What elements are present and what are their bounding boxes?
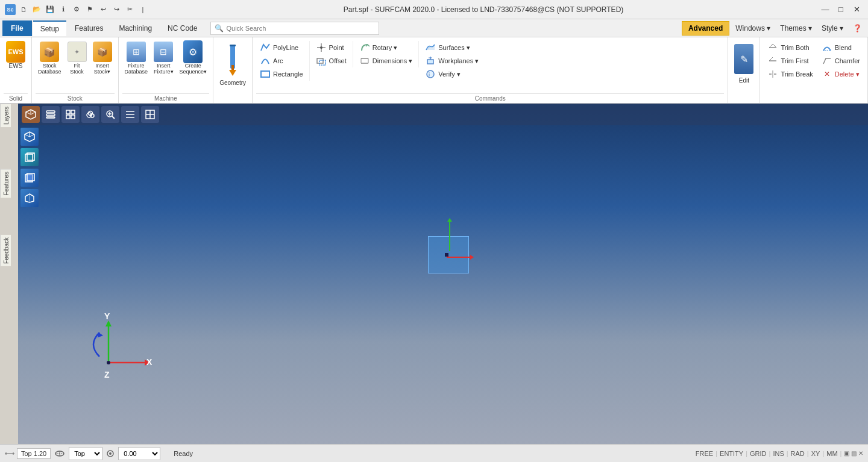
machining-tab[interactable]: Machining [112, 20, 159, 36]
minimize-button[interactable]: — [819, 4, 832, 15]
entity-indicator[interactable]: ENTITY [720, 450, 743, 457]
rad-indicator[interactable]: RAD [791, 450, 805, 457]
zoom-fit-button[interactable] [101, 106, 119, 123]
grid-indicator[interactable]: GRID [750, 450, 767, 457]
split-view-button[interactable] [141, 106, 159, 123]
xy-indicator[interactable]: XY [811, 450, 820, 457]
ribbon-group-commands: PolyLine Arc Rectangle [253, 37, 728, 103]
style-link[interactable]: Style ▾ [818, 23, 847, 34]
create-sequence-button[interactable]: ⚙ CreateSequence▾ [177, 41, 210, 76]
trim-break-button[interactable]: Trim Break [764, 67, 816, 81]
stock-database-icon: 📦 [40, 42, 59, 61]
status-sep5: | [807, 450, 809, 457]
feedback-sidebar-label[interactable]: Feedback [0, 235, 11, 266]
ins-indicator[interactable]: INS [773, 450, 784, 457]
trim-break-icon [767, 69, 778, 80]
stock-database-button[interactable]: 📦 StockDatabase [36, 41, 64, 76]
geometry-button[interactable]: Geometry [217, 41, 248, 87]
rectangle-label: Rectangle [273, 70, 303, 78]
fixture-database-button[interactable]: ⊞ FixtureDatabase [122, 41, 151, 76]
offset-button[interactable]: Offset [312, 54, 350, 67]
rotary-button[interactable]: Rotary ▾ [356, 41, 417, 54]
surfaces-button[interactable]: Surfaces ▾ [421, 41, 482, 54]
view-info: Top 1.20 [5, 448, 51, 459]
trim-first-button[interactable]: Trim First [764, 54, 816, 67]
depth-selector[interactable]: 0.00 [118, 447, 160, 460]
cube-wire-button[interactable] [20, 189, 39, 207]
svg-line-30 [31, 112, 36, 114]
themes-link[interactable]: Themes ▾ [776, 23, 816, 34]
point-label: Point [329, 44, 344, 51]
edit-group-content: ✎ Edit [732, 40, 756, 102]
windows-link[interactable]: Windows ▾ [732, 23, 774, 34]
dimensions-button[interactable]: Dimensions ▾ [356, 54, 417, 67]
blend-button[interactable]: Blend [818, 41, 864, 54]
delete-button[interactable]: ✕ Delete ▾ [818, 67, 864, 81]
undo-icon[interactable]: ↩ [98, 4, 108, 15]
insert-stock-label: InsertStock▾ [94, 63, 111, 75]
search-input[interactable] [226, 25, 375, 32]
3d-cube-button[interactable] [20, 128, 39, 146]
layers-sidebar-label[interactable]: Layers [0, 104, 11, 127]
chamfer-label: Chamfer [835, 57, 860, 64]
viewport[interactable]: Z Y X [18, 104, 868, 444]
cube-solid-button[interactable] [20, 169, 39, 187]
coordinate-axes: Z Y X [75, 308, 154, 387]
cloud-view-button[interactable] [81, 106, 99, 123]
surfaces-col: Surfaces ▾ Workplanes ▾ i Verify ▾ [421, 41, 482, 81]
workplanes-button[interactable]: Workplanes ▾ [421, 54, 482, 67]
svg-rect-9 [319, 60, 326, 65]
redo-icon[interactable]: ↪ [111, 4, 122, 15]
fit-stock-button[interactable]: ✦ FitStock [65, 41, 89, 76]
insert-stock-button[interactable]: 📦 InsertStock▾ [90, 41, 115, 76]
svg-point-7 [320, 46, 322, 49]
point-col: Point Offset [312, 41, 353, 67]
info-icon[interactable]: ℹ [58, 4, 69, 15]
ews-label: EWS [9, 63, 23, 69]
status-sep1: | [715, 450, 717, 457]
ews-button[interactable]: EWS EWS [4, 41, 28, 70]
svg-rect-34 [66, 110, 70, 114]
free-indicator[interactable]: FREE [696, 450, 713, 457]
features-sidebar-label[interactable]: Features [0, 169, 11, 198]
file-menu-button[interactable]: File [2, 20, 32, 36]
save-icon[interactable]: 💾 [45, 4, 55, 15]
cut-icon[interactable]: ✂ [124, 4, 135, 15]
setup-tab[interactable]: Setup [33, 20, 66, 36]
insert-fixture-button[interactable]: ⊟ InsertFixture▾ [151, 41, 176, 76]
point-button[interactable]: Point [312, 41, 350, 54]
grid-view-button[interactable] [61, 106, 80, 123]
trim-break-label: Trim Break [781, 70, 813, 78]
chamfer-button[interactable]: Chamfer [818, 54, 864, 67]
features-tab[interactable]: Features [68, 20, 110, 36]
maximize-button[interactable]: □ [834, 4, 848, 15]
flag-icon[interactable]: ⚑ [84, 4, 95, 15]
list-view-button[interactable] [121, 106, 139, 123]
delete-label: Delete ▾ [835, 70, 860, 78]
trim-both-button[interactable]: Trim Both [764, 41, 816, 54]
arc-button[interactable]: Arc [256, 54, 307, 67]
window-controls[interactable]: — □ ✕ [819, 4, 863, 15]
svg-rect-1 [230, 45, 236, 46]
advanced-button[interactable]: Advanced [682, 21, 729, 36]
open-icon[interactable]: 📂 [31, 4, 42, 15]
new-icon[interactable]: 🗋 [18, 4, 29, 15]
edit-button[interactable]: ✎ Edit [732, 41, 756, 85]
nc-code-tab[interactable]: NC Code [160, 20, 204, 36]
rectangle-button[interactable]: Rectangle [256, 67, 307, 81]
mm-indicator[interactable]: MM [826, 450, 837, 457]
svg-rect-61 [27, 173, 34, 181]
help-link[interactable]: ❓ [849, 23, 866, 34]
cube-outline-button[interactable] [20, 148, 39, 166]
verify-button[interactable]: i Verify ▾ [421, 67, 482, 81]
close-button[interactable]: ✕ [850, 4, 863, 15]
cube-view-button[interactable] [22, 106, 40, 123]
status-text: Ready [174, 450, 193, 457]
polyline-button[interactable]: PolyLine [256, 41, 307, 54]
plane-selector[interactable]: Top Front Side [69, 447, 102, 460]
svg-line-21 [773, 44, 776, 48]
quick-search[interactable]: 🔍 [210, 22, 379, 35]
settings-icon[interactable]: ⚙ [71, 4, 82, 15]
layers-view-button[interactable] [42, 106, 60, 123]
svg-line-53 [25, 134, 30, 137]
